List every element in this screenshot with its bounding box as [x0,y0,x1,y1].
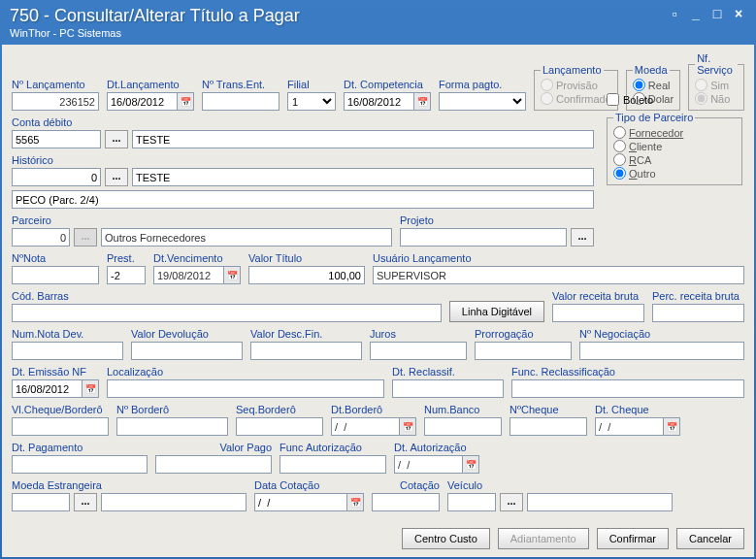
label-nnd: Num.Nota Dev. [12,328,123,340]
loc-input[interactable] [107,379,384,398]
conta-input[interactable] [12,130,101,148]
dtemnf-calendar-icon[interactable]: 📅 [82,379,99,398]
maximize-icon[interactable]: □ [709,6,725,21]
vdev-input [131,342,243,360]
dtcheque-calendar-icon: 📅 [663,417,680,436]
radio-fornecedor[interactable]: Fornecedor [613,126,736,139]
moedaest-desc-input [101,493,247,511]
label-dtrecl: Dt. Reclassif. [392,366,504,378]
valortit-input[interactable] [248,266,365,284]
vdf-input [250,342,362,360]
label-usuario: Usuário Lançamento [373,252,744,264]
label-nnota: NºNota [12,252,99,264]
nbord-input [116,417,228,436]
label-funcrecl: Func. Reclassificação [511,366,744,378]
filial-select[interactable]: 1 [287,92,336,111]
moeda-legend: Moeda [633,64,670,76]
label-dtemnf: Dt. Emissão NF [12,366,99,378]
moedaest-lookup-button[interactable]: ... [74,493,97,511]
veiculo-input[interactable] [447,493,496,511]
parceiro-lookup-button[interactable]: ... [74,228,97,247]
radio-cliente[interactable]: Cliente [613,140,736,152]
nnd-input [12,342,123,360]
veiculo-desc-input [527,493,673,511]
label-ncheque: NºCheque [509,404,587,415]
close-icon[interactable]: × [731,6,746,21]
moedaest-input[interactable] [12,493,70,511]
label-dtvenc: Dt.Vencimento [153,252,241,264]
nlanc-input [12,92,99,111]
tipoparc-legend: Tipo de Parceiro [613,112,695,123]
radio-outro[interactable]: Outro [613,167,736,180]
label-nbord: Nº Borderô [116,404,228,415]
funcaut-input [279,455,386,474]
label-historico: Histórico [12,154,594,166]
adiantamento-button: Adiantamento [498,528,589,549]
label-vcb: Vl.Cheque/Borderô [12,404,109,415]
dtcomp-input[interactable] [344,92,413,111]
dtrecl-input [392,379,504,398]
label-juros: Juros [370,328,467,340]
dtlanc-input[interactable] [107,92,177,111]
centro-custo-button[interactable]: Centro Custo [402,528,490,549]
cancelar-button[interactable]: Cancelar [676,528,744,549]
codbarras-input[interactable] [12,304,442,322]
label-projeto: Projeto [400,214,594,226]
confirmar-button[interactable]: Confirmar [597,528,669,549]
nnota-input[interactable] [12,266,99,284]
dtbord-input [331,417,399,436]
restore-icon[interactable]: ▫ [667,6,682,21]
label-numbanco: Num.Banco [424,404,502,415]
label-valortit: Valor Título [248,252,365,264]
dtvenc-calendar-icon[interactable]: 📅 [223,266,241,284]
label-prorr: Prorrogação [475,328,572,340]
linhadig-button[interactable]: Linha Digitável [449,301,544,322]
label-prest: Prest. [107,252,146,264]
label-vrb: Valor receita bruta [552,290,644,302]
prest-input[interactable] [107,266,146,284]
dtvenc-input [153,266,223,284]
boleto-checkbox[interactable]: Boleto [607,93,742,106]
radio-confirmado: Confirmado [541,92,611,105]
ncheque-input [509,417,587,436]
vrb-input[interactable] [552,304,644,322]
dtcot-calendar-icon[interactable]: 📅 [346,493,364,511]
lancamento-legend: Lançamento [541,64,604,76]
historico-desc-input[interactable] [132,168,594,186]
veiculo-lookup-button[interactable]: ... [500,493,523,511]
label-dtcheque: Dt. Cheque [595,404,680,415]
historico-line2-input[interactable] [12,190,594,209]
label-dtlanc: Dt.Lançamento [107,79,194,90]
label-formapag: Forma pagto. [439,79,526,90]
historico-input[interactable] [12,168,101,186]
conta-lookup-button[interactable]: ... [105,130,128,148]
window-title: 750 - Consultar/Alterar Título a Pagar [10,6,300,26]
label-cotacao: Cotação [372,479,440,491]
window-subtitle: WinThor - PC Sistemas [10,27,300,39]
dtaut-input [394,455,462,474]
dtlanc-calendar-icon[interactable]: 📅 [177,92,194,111]
prb-input[interactable] [652,304,744,322]
minimize-icon[interactable]: _ [688,6,704,21]
label-vpago: Valor Pago [155,442,272,453]
dtcot-input[interactable] [254,493,346,511]
projeto-lookup-button[interactable]: ... [571,228,594,247]
titlebar: 750 - Consultar/Alterar Título a Pagar W… [2,2,754,45]
historico-lookup-button[interactable]: ... [105,168,128,186]
label-funcaut: Func Autorização [279,442,386,453]
radio-real[interactable]: Real [633,79,674,91]
label-loc: Localização [107,366,384,378]
projeto-input[interactable] [400,228,567,247]
radio-provisao: Provisão [541,79,611,91]
dtcomp-calendar-icon[interactable]: 📅 [413,92,431,111]
formapag-select[interactable] [439,92,526,111]
radio-rca[interactable]: RCA [613,153,736,166]
dtemnf-input[interactable] [12,379,82,398]
usuario-input [373,266,744,284]
label-dtaut: Dt. Autorização [394,442,479,453]
label-veiculo: Veículo [447,479,673,491]
radio-sim: Sim [695,79,738,91]
numbanco-input [424,417,502,436]
nneg-input [579,342,744,360]
conta-desc-input[interactable] [132,130,594,148]
